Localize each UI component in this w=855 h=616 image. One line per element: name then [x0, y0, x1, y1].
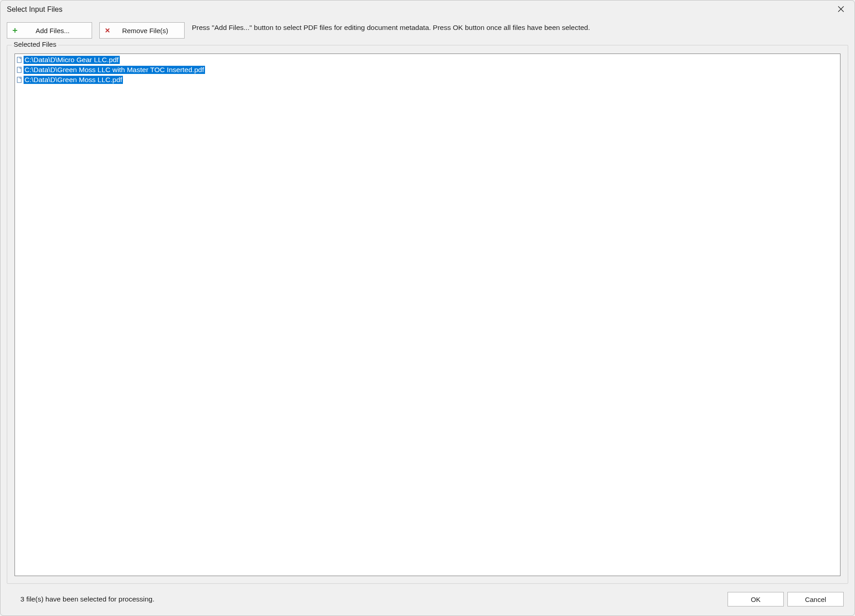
remove-icon [104, 27, 111, 34]
select-input-files-dialog: Select Input Files Add Files... Remove F… [0, 0, 583, 421]
file-item[interactable]: C:\Data\D\Green Moss LLC with Master TOC… [16, 65, 583, 75]
add-files-button[interactable]: Add Files... [7, 22, 92, 39]
file-path: C:\Data\D\Micro Gear LLC.pdf [24, 56, 120, 64]
svg-rect-6 [17, 57, 21, 63]
file-icon [17, 77, 23, 83]
svg-rect-7 [17, 67, 21, 73]
remove-files-button[interactable]: Remove File(s) [99, 22, 185, 39]
remove-files-label: Remove File(s) [111, 27, 180, 34]
group-label: Selected Files [12, 40, 58, 48]
file-icon [17, 67, 23, 73]
instructions-text: Press "Add Files..." button to select PD… [192, 22, 583, 33]
file-icon [17, 57, 23, 63]
file-item[interactable]: C:\Data\D\Green Moss LLC.pdf [16, 75, 583, 85]
file-list[interactable]: C:\Data\D\Micro Gear LLC.pdfC:\Data\D\Gr… [15, 54, 583, 421]
dialog-body: Add Files... Remove File(s) Press "Add F… [0, 19, 583, 421]
window-title: Select Input Files [7, 5, 63, 14]
svg-rect-8 [17, 77, 21, 83]
plus-icon [12, 27, 18, 34]
selected-files-group: Selected Files C:\Data\D\Micro Gear LLC.… [7, 45, 583, 421]
file-item[interactable]: C:\Data\D\Micro Gear LLC.pdf [16, 55, 583, 65]
toolbar: Add Files... Remove File(s) Press "Add F… [7, 19, 583, 41]
file-path: C:\Data\D\Green Moss LLC with Master TOC… [24, 66, 205, 74]
titlebar: Select Input Files [0, 0, 583, 19]
file-path: C:\Data\D\Green Moss LLC.pdf [24, 76, 123, 84]
add-files-label: Add Files... [18, 27, 87, 34]
